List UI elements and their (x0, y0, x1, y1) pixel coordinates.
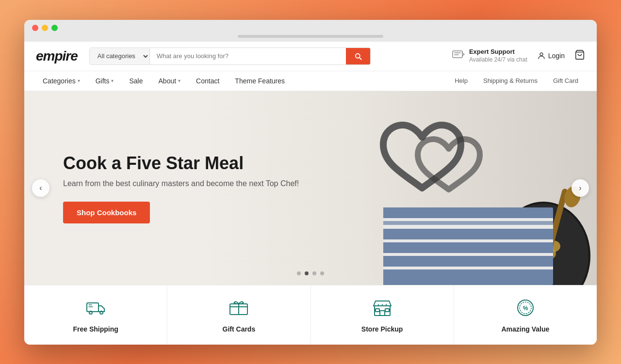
svg-rect-0 (453, 51, 462, 58)
browser-dots (32, 25, 58, 31)
site-logo[interactable]: empire (36, 48, 78, 64)
nav-bar: Categories ▾ Gifts ▾ Sale About ▾ Contac… (24, 71, 597, 91)
svg-rect-15 (383, 242, 553, 253)
nav-categories-label: Categories (43, 77, 76, 85)
search-container: All categories (89, 47, 371, 65)
svg-point-20 (100, 311, 103, 314)
nav-gift-card-label: Gift Card (553, 77, 578, 84)
slider-prev-button[interactable]: ‹ (32, 179, 49, 197)
search-icon (354, 52, 362, 61)
nav-sale[interactable]: Sale (122, 71, 149, 91)
features-bar: Free Shipping Gift Cards (24, 285, 597, 345)
category-select[interactable]: All categories (90, 48, 150, 64)
feature-amazing-value: % Amazing Value (454, 285, 597, 345)
nav-contact-label: Contact (196, 77, 219, 85)
chevron-down-icon: ▾ (111, 78, 114, 83)
nav-help-label: Help (455, 77, 468, 84)
svg-rect-12 (383, 207, 553, 218)
search-input[interactable] (150, 48, 346, 64)
url-bar[interactable] (238, 35, 383, 38)
minimize-button[interactable] (42, 25, 48, 31)
hero-content: Cook a Five Star Meal Learn from the bes… (63, 152, 299, 223)
nav-contact[interactable]: Contact (189, 71, 226, 91)
site-header: empire All categories (24, 42, 597, 71)
user-icon (537, 51, 546, 60)
nav-theme-features[interactable]: Theme Features (228, 71, 292, 91)
store-pickup-label: Store Pickup (361, 325, 403, 333)
slider-next-button[interactable]: › (572, 179, 589, 197)
feature-store-pickup: Store Pickup (311, 285, 454, 345)
support-icon (452, 49, 465, 63)
svg-rect-23 (380, 311, 385, 316)
chevron-down-icon: ▾ (178, 78, 180, 83)
browser-chrome (24, 20, 597, 42)
slider-dots (297, 271, 324, 275)
nav-left: Categories ▾ Gifts ▾ Sale About ▾ Contac… (36, 71, 448, 91)
close-button[interactable] (32, 25, 38, 31)
search-button[interactable] (346, 48, 370, 64)
support-subtitle: Available 24/7 via chat (469, 56, 527, 63)
svg-rect-18 (87, 303, 98, 312)
striped-cloth (383, 207, 553, 285)
hero-subtitle: Learn from the best culinary masters and… (63, 179, 299, 188)
svg-rect-14 (383, 229, 553, 239)
feature-gift-cards: Gift Cards (167, 285, 310, 345)
support-info: Expert Support Available 24/7 via chat (452, 48, 527, 63)
nav-right: Help Shipping & Returns Gift Card (448, 71, 585, 90)
support-text: Expert Support Available 24/7 via chat (469, 48, 527, 63)
gift-cards-label: Gift Cards (223, 325, 256, 333)
nav-gift-card[interactable]: Gift Card (546, 71, 585, 90)
svg-rect-24 (376, 309, 379, 312)
svg-rect-16 (383, 256, 553, 267)
login-button[interactable]: Login (537, 51, 565, 60)
hero-slider: Cook a Five Star Meal Learn from the bes… (24, 91, 597, 285)
login-label: Login (548, 52, 565, 60)
nav-shipping-returns[interactable]: Shipping & Returns (476, 71, 544, 90)
svg-rect-25 (385, 309, 389, 312)
nav-sale-label: Sale (129, 77, 143, 85)
browser-window: empire All categories (24, 20, 597, 345)
value-icon: % (515, 297, 536, 320)
nav-shipping-returns-label: Shipping & Returns (483, 77, 538, 84)
header-actions: Expert Support Available 24/7 via chat L… (452, 48, 585, 63)
svg-rect-17 (383, 269, 553, 285)
slider-dot-3[interactable] (312, 271, 316, 275)
slider-dot-1[interactable] (297, 271, 301, 275)
nav-help[interactable]: Help (448, 71, 474, 90)
chevron-down-icon: ▾ (78, 78, 80, 83)
nav-categories[interactable]: Categories ▾ (36, 71, 87, 91)
svg-text:%: % (523, 305, 528, 312)
svg-rect-13 (383, 221, 553, 225)
store-icon (372, 297, 393, 320)
nav-about-label: About (159, 77, 177, 85)
nav-gifts-label: Gifts (96, 77, 110, 85)
pan-small (410, 127, 488, 205)
feature-free-shipping: Free Shipping (24, 285, 167, 345)
svg-point-19 (89, 311, 92, 314)
gift-card-icon (228, 297, 249, 320)
maximize-button[interactable] (51, 25, 58, 31)
cart-button[interactable] (574, 49, 585, 62)
shipping-icon (85, 297, 106, 320)
hero-cta-button[interactable]: Shop Cookbooks (63, 202, 150, 223)
free-shipping-label: Free Shipping (73, 325, 118, 333)
nav-about[interactable]: About ▾ (152, 71, 188, 91)
nav-gifts[interactable]: Gifts ▾ (89, 71, 121, 91)
slider-dot-2[interactable] (305, 271, 309, 275)
support-title: Expert Support (469, 48, 527, 56)
svg-point-1 (540, 53, 543, 56)
hero-title: Cook a Five Star Meal (63, 152, 299, 173)
amazing-value-label: Amazing Value (501, 325, 549, 333)
nav-theme-features-label: Theme Features (235, 77, 285, 85)
slider-dot-4[interactable] (320, 271, 324, 275)
